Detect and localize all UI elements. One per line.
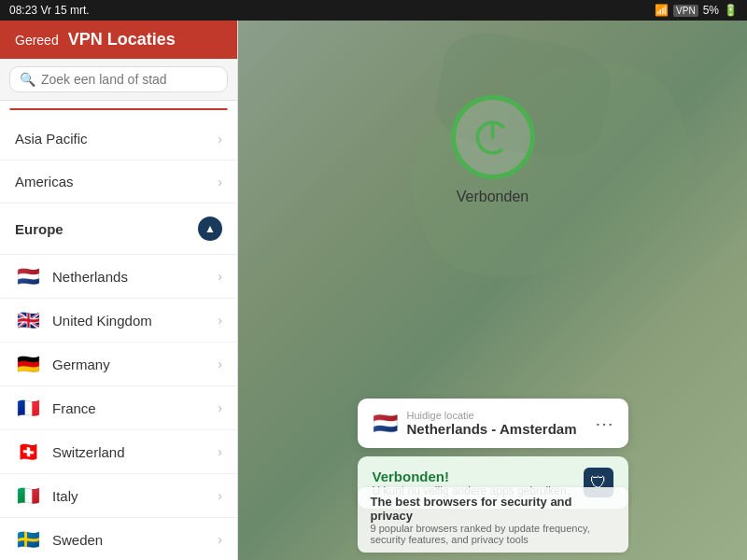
- region-europe-chevron-up: ▲: [198, 217, 222, 241]
- map-area: Verbonden 🇳🇱 Huidige locatie Netherlands…: [238, 21, 747, 560]
- chevron-germany: ›: [218, 357, 222, 371]
- wifi-icon: 📶: [655, 4, 669, 17]
- search-container: 🔍: [0, 59, 237, 101]
- chevron-united-kingdom: ›: [218, 313, 222, 328]
- region-europe[interactable]: Europe ▲: [0, 203, 237, 255]
- country-item-italy[interactable]: 🇮🇹 Italy ›: [0, 474, 237, 518]
- flag-switzerland: 🇨🇭: [15, 441, 41, 463]
- location-name: Netherlands - Amsterdam: [407, 421, 585, 437]
- country-united-kingdom: United Kingdom: [52, 313, 206, 329]
- status-time: 08:23 Vr 15 mrt.: [9, 4, 90, 17]
- flag-united-kingdom: 🇬🇧: [15, 309, 41, 331]
- country-netherlands: Netherlands: [52, 269, 206, 285]
- chevron-france: ›: [218, 400, 222, 415]
- promo-title: The best browsers for security and priva…: [371, 495, 615, 523]
- search-icon: 🔍: [20, 72, 35, 87]
- region-americas-label: Americas: [15, 174, 74, 189]
- toggle-container: Aanbevolen Alles: [9, 108, 228, 110]
- connected-title: Verbonden!: [373, 469, 574, 484]
- location-card: 🇳🇱 Huidige locatie Netherlands - Amsterd…: [358, 399, 628, 448]
- flag-germany: 🇩🇪: [15, 353, 41, 375]
- region-asia-pacific-label: Asia Pacific: [15, 131, 88, 147]
- search-input[interactable]: [41, 72, 218, 87]
- power-button[interactable]: [451, 95, 535, 179]
- alles-button[interactable]: Alles: [119, 109, 227, 110]
- battery-indicator: 5%: [703, 4, 719, 17]
- region-asia-pacific[interactable]: Asia Pacific ›: [0, 118, 237, 161]
- region-americas-chevron: ›: [218, 175, 222, 189]
- country-item-france[interactable]: 🇫🇷 France ›: [0, 386, 237, 430]
- country-item-sweden[interactable]: 🇸🇪 Sweden ›: [0, 518, 237, 560]
- country-switzerland: Switzerland: [52, 444, 206, 460]
- chevron-netherlands: ›: [218, 269, 222, 284]
- chevron-italy: ›: [218, 488, 222, 503]
- flag-italy: 🇮🇹: [15, 484, 41, 507]
- promo-card[interactable]: The best browsers for security and priva…: [358, 487, 628, 553]
- location-info: Huidige locatie Netherlands - Amsterdam: [407, 410, 585, 437]
- flag-sweden: 🇸🇪: [15, 528, 41, 551]
- sidebar-header: Gereed VPN Locaties: [0, 21, 237, 59]
- country-sweden: Sweden: [52, 532, 206, 548]
- status-bar: 08:23 Vr 15 mrt. 📶 VPN 5% 🔋: [0, 0, 747, 21]
- sidebar: Gereed VPN Locaties 🔍 Aanbevolen Alles A…: [0, 21, 238, 560]
- power-label: Verbonden: [457, 189, 529, 205]
- region-asia-pacific-chevron: ›: [218, 132, 222, 147]
- promo-subtitle: 9 popular browsers ranked by update freq…: [371, 523, 615, 545]
- sidebar-title: VPN Locaties: [68, 30, 176, 49]
- region-americas[interactable]: Americas ›: [0, 161, 237, 203]
- country-item-germany[interactable]: 🇩🇪 Germany ›: [0, 343, 237, 386]
- chevron-switzerland: ›: [218, 444, 222, 459]
- location-flag: 🇳🇱: [373, 412, 398, 436]
- chevron-sweden: ›: [218, 532, 222, 547]
- vpn-indicator: VPN: [673, 5, 698, 17]
- location-more-button[interactable]: ⋯: [595, 413, 613, 435]
- country-italy: Italy: [52, 488, 206, 504]
- country-france: France: [52, 400, 206, 416]
- flag-netherlands: 🇳🇱: [15, 265, 41, 287]
- power-button-container: Verbonden: [451, 95, 535, 205]
- power-icon: [472, 117, 514, 159]
- battery-icon: 🔋: [724, 4, 738, 17]
- country-item-netherlands[interactable]: 🇳🇱 Netherlands ›: [0, 255, 237, 299]
- back-button[interactable]: Gereed: [15, 33, 59, 48]
- aanbevolen-button[interactable]: Aanbevolen: [10, 109, 119, 110]
- country-item-switzerland[interactable]: 🇨🇭 Switzerland ›: [0, 430, 237, 474]
- country-germany: Germany: [52, 357, 206, 372]
- region-europe-label: Europe: [15, 221, 63, 237]
- search-box: 🔍: [9, 66, 228, 92]
- flag-france: 🇫🇷: [15, 397, 41, 419]
- country-item-united-kingdom[interactable]: 🇬🇧 United Kingdom ›: [0, 299, 237, 343]
- location-label: Huidige locatie: [407, 410, 585, 421]
- status-indicators: 📶 VPN 5% 🔋: [655, 4, 738, 17]
